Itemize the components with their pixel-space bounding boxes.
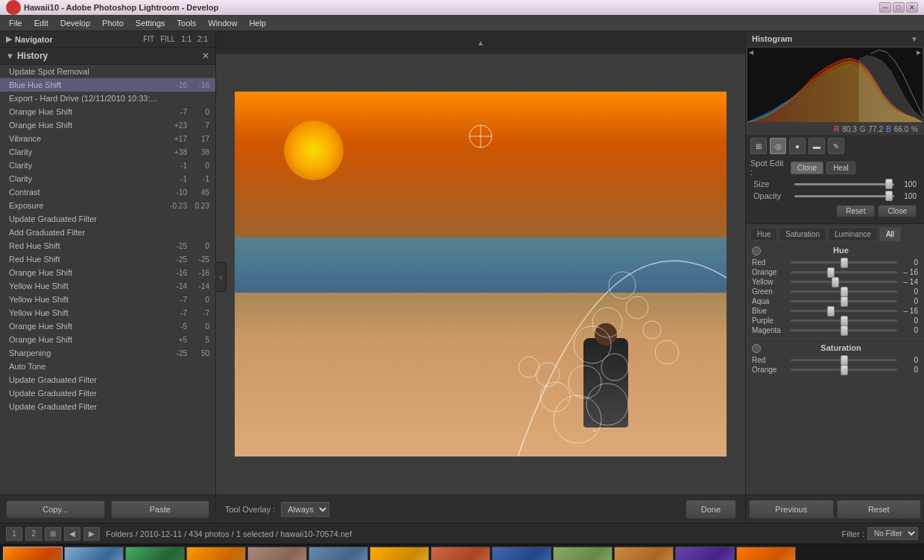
hsl-orange-thumb[interactable] (827, 267, 835, 278)
history-item-22[interactable]: Auto Tone (0, 360, 215, 373)
zoom-2-1[interactable]: 2:1 (196, 34, 209, 44)
hsl-red-slider[interactable] (791, 261, 897, 264)
filmstrip-thumb-1[interactable] (3, 547, 63, 561)
history-item-21[interactable]: Sharpening-2550 (0, 346, 215, 360)
reset-develop-button[interactable]: Reset (837, 500, 922, 519)
hsl-sat-orange-thumb[interactable] (841, 365, 848, 375)
hsl-red-thumb[interactable] (841, 258, 848, 268)
zoom-fill[interactable]: FILL (159, 34, 177, 44)
minimize-button[interactable]: ─ (879, 2, 891, 13)
done-button[interactable]: Done (686, 500, 736, 519)
hsl-purple-thumb[interactable] (841, 316, 848, 326)
history-item-12[interactable]: Add Graduated Filter (0, 226, 215, 239)
tool-overlay-select[interactable]: Always (281, 502, 329, 517)
hsl-green-slider[interactable] (791, 290, 897, 293)
filmstrip-thumb-2[interactable] (64, 547, 124, 561)
hsl-magenta-thumb[interactable] (841, 325, 848, 336)
close-panel-button[interactable]: Close (878, 205, 917, 217)
filmstrip-thumb-13[interactable] (736, 547, 796, 561)
history-item-24[interactable]: Update Graduated Filter (0, 386, 215, 400)
hsl-orange-slider[interactable] (791, 271, 897, 273)
hsl-yellow-slider[interactable] (791, 281, 897, 283)
filmstrip-thumb-7[interactable] (370, 547, 429, 561)
hsl-aqua-slider[interactable] (791, 300, 897, 302)
hsl-sat-red-thumb[interactable] (841, 355, 848, 366)
tab-saturation[interactable]: Saturation (779, 227, 826, 241)
size-slider-track[interactable] (794, 183, 894, 185)
photo-canvas[interactable]: • (216, 54, 745, 494)
menu-edit[interactable]: Edit (28, 17, 54, 29)
left-panel-collapse-tab[interactable] (216, 262, 227, 292)
grid-view-button[interactable]: ⊞ (45, 527, 61, 541)
history-item-5[interactable]: Vibrance+1717 (0, 132, 215, 145)
menu-tools[interactable]: Tools (171, 17, 203, 29)
history-item-3[interactable]: Orange Hue Shift-70 (0, 105, 215, 118)
menu-develop[interactable]: Develop (54, 17, 96, 29)
filmstrip-thumb-10[interactable] (553, 547, 613, 561)
previous-button[interactable]: Previous (749, 500, 834, 519)
opacity-slider-thumb[interactable] (885, 191, 893, 201)
filmstrip-thumb-12[interactable] (675, 547, 735, 561)
menu-photo[interactable]: Photo (96, 17, 130, 29)
history-item-19[interactable]: Orange Hue Shift-50 (0, 319, 215, 333)
filmstrip-thumb-4[interactable] (186, 547, 246, 561)
histogram-arrow[interactable]: ▼ (911, 35, 918, 43)
zoom-1-1[interactable]: 1:1 (180, 34, 193, 44)
hsl-purple-slider[interactable] (791, 319, 897, 322)
paste-button[interactable]: Paste (111, 500, 210, 518)
history-item-1[interactable]: Blue Hue Shift-16-16 (0, 78, 215, 92)
filmstrip-thumb-6[interactable] (308, 547, 368, 561)
history-close-icon[interactable]: ✕ (202, 51, 209, 61)
history-expand-arrow[interactable]: ▼ (6, 51, 14, 60)
zoom-fit[interactable]: FIT (142, 34, 156, 44)
size-slider-thumb[interactable] (885, 179, 893, 189)
history-item-14[interactable]: Red Hue Shift-25-25 (0, 252, 215, 266)
spot-removal-icon[interactable]: ◎ (770, 138, 786, 154)
menu-help[interactable]: Help (243, 17, 272, 29)
menu-file[interactable]: File (3, 17, 28, 29)
history-item-17[interactable]: Yellow Hue Shift-70 (0, 293, 215, 306)
filter-select[interactable]: No Filter (867, 527, 918, 540)
hsl-blue-slider[interactable] (791, 310, 897, 312)
history-item-13[interactable]: Red Hue Shift-250 (0, 239, 215, 252)
history-item-9[interactable]: Contrast-1045 (0, 185, 215, 199)
page-2-button[interactable]: 2 (25, 527, 42, 541)
hsl-sat-target-icon[interactable] (752, 344, 761, 353)
maximize-button[interactable]: □ (893, 2, 905, 13)
history-item-7[interactable]: Clarity-10 (0, 159, 215, 172)
history-panel-header[interactable]: ▼ History ✕ (0, 48, 215, 65)
histogram-shadow-arrow[interactable]: ◀ (749, 49, 753, 56)
hsl-yellow-thumb[interactable] (832, 277, 839, 287)
top-collapse-bar[interactable]: ▲ (216, 31, 745, 54)
copy-button[interactable]: Copy... (6, 500, 105, 518)
hsl-green-thumb[interactable] (841, 287, 848, 297)
opacity-slider-track[interactable] (794, 195, 894, 197)
history-item-11[interactable]: Update Graduated Filter (0, 212, 215, 226)
hsl-hue-target-icon[interactable] (752, 246, 761, 255)
history-item-6[interactable]: Clarity+3838 (0, 145, 215, 159)
redeye-icon[interactable]: ● (789, 138, 806, 154)
history-item-8[interactable]: Clarity-1-1 (0, 172, 215, 185)
adjustment-brush-icon[interactable]: ✎ (828, 138, 844, 154)
filmstrip-thumb-5[interactable] (247, 547, 307, 561)
tab-all[interactable]: All (879, 227, 901, 241)
filmstrip-thumb-11[interactable] (614, 547, 674, 561)
next-nav-button[interactable]: ▶ (83, 527, 100, 541)
history-item-15[interactable]: Orange Hue Shift-16-16 (0, 266, 215, 279)
tab-luminance[interactable]: Luminance (828, 227, 878, 241)
heal-button[interactable]: Heal (826, 162, 855, 174)
history-item-10[interactable]: Exposure-0.230.23 (0, 199, 215, 212)
history-item-18[interactable]: Yellow Hue Shift-7-7 (0, 306, 215, 319)
hsl-sat-red-slider[interactable] (791, 359, 897, 361)
history-item-23[interactable]: Update Graduated Filter (0, 373, 215, 386)
hsl-aqua-thumb[interactable] (841, 296, 848, 307)
histogram-highlight-arrow[interactable]: ▶ (917, 49, 921, 56)
history-item-25[interactable]: Update Graduated Filter (0, 400, 215, 413)
filmstrip-thumb-8[interactable] (431, 547, 490, 561)
page-1-button[interactable]: 1 (6, 527, 22, 541)
hsl-sat-orange-slider[interactable] (791, 369, 897, 371)
navigator-collapse-arrow[interactable]: ▶ (6, 34, 12, 44)
filmstrip-thumb-3[interactable] (125, 547, 185, 561)
history-item-0[interactable]: Update Spot Removal (0, 65, 215, 78)
history-item-4[interactable]: Orange Hue Shift+237 (0, 118, 215, 132)
